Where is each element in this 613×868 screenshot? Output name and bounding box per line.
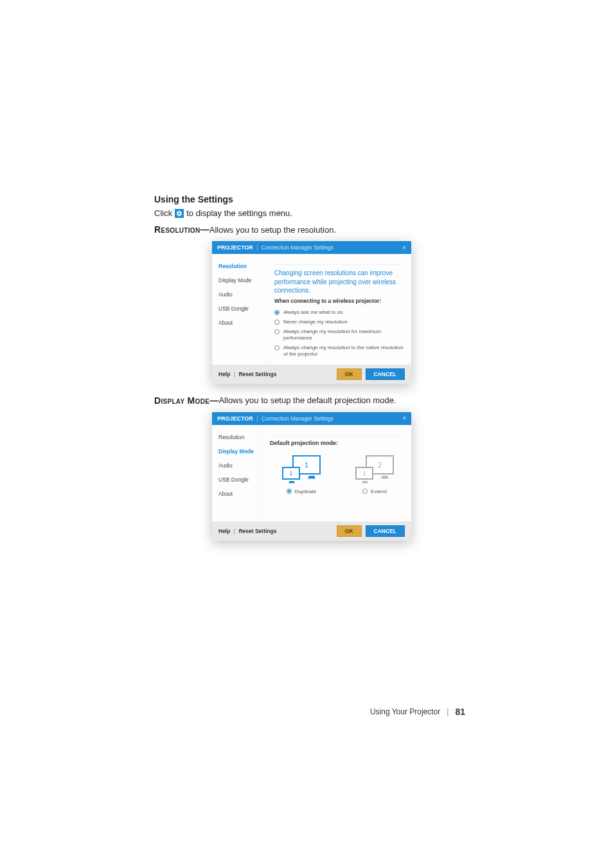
sidebar-item-display-mode[interactable]: Display Mode (212, 273, 266, 287)
display-mode-desc: Allows you to setup the default projecti… (218, 395, 396, 405)
radio-always-ask[interactable]: Always ask me what to do (274, 309, 404, 316)
reset-settings-link[interactable]: Reset Settings (238, 528, 276, 534)
resolution-desc: Allows you to setup the resolution. (209, 225, 336, 235)
help-link[interactable]: Help (218, 371, 230, 377)
cancel-button[interactable]: CANCEL (366, 368, 405, 380)
dialog-sidebar: Resolution Display Mode Audio USB Dongle… (212, 254, 267, 365)
using-settings-heading: Using the Settings (154, 194, 469, 204)
sidebar-item-usb-dongle[interactable]: USB Dongle (212, 473, 262, 487)
resolution-label: Resolution— (154, 224, 209, 235)
close-icon[interactable]: × (402, 244, 406, 251)
radio-never-change[interactable]: Never change my resolution (274, 319, 404, 325)
dialog-title-bold: PROJECTOR (217, 415, 253, 422)
footer-text: Using Your Projector (370, 707, 440, 716)
dialog-titlebar: PROJECTOR Connection Manager Settings × (212, 412, 411, 425)
option-extend[interactable]: 2 1 Extend (346, 455, 404, 494)
help-link[interactable]: Help (218, 528, 230, 534)
click-text: Click (154, 208, 172, 218)
sidebar-item-resolution[interactable]: Resolution (212, 430, 262, 444)
sidebar-item-audio[interactable]: Audio (212, 287, 266, 302)
display-mode-label: Display Mode— (154, 395, 218, 406)
page-footer: Using Your Projector | 81 (370, 707, 465, 717)
radio-max-performance[interactable]: Always change my resolution for maximum … (274, 329, 404, 341)
resolution-subhead: When connecting to a wireless projector: (274, 298, 404, 304)
gear-icon (175, 209, 184, 218)
ok-button[interactable]: OK (337, 525, 362, 537)
radio-native-resolution[interactable]: Always change my resolution to the nativ… (274, 345, 404, 357)
ok-button[interactable]: OK (337, 368, 362, 380)
sidebar-item-audio[interactable]: Audio (212, 458, 262, 473)
display-mode-dialog: PROJECTOR Connection Manager Settings × … (212, 412, 411, 541)
option-duplicate[interactable]: 1 1 Duplicate (272, 455, 330, 494)
dialog-titlebar: PROJECTOR Connection Manager Settings × (212, 241, 411, 254)
sidebar-item-display-mode[interactable]: Display Mode (212, 444, 262, 458)
dialog-sidebar: Resolution Display Mode Audio USB Dongle… (212, 425, 262, 521)
cancel-button[interactable]: CANCEL (366, 525, 405, 537)
click-rest: to display the settings menu. (186, 208, 292, 218)
dialog-title-bold: PROJECTOR (217, 244, 253, 251)
sidebar-item-resolution[interactable]: Resolution (212, 259, 266, 273)
resolution-headline: Changing screen resolutions can improve … (274, 269, 404, 295)
dialog-subtitle: Connection Manager Settings (262, 415, 333, 422)
resolution-dialog: PROJECTOR Connection Manager Settings × … (212, 241, 411, 384)
display-mode-headline: Default projection mode: (270, 440, 404, 446)
sidebar-item-about[interactable]: About (212, 316, 266, 330)
sidebar-item-about[interactable]: About (212, 487, 262, 501)
close-icon[interactable]: × (402, 415, 406, 422)
dialog-subtitle: Connection Manager Settings (262, 244, 333, 251)
reset-settings-link[interactable]: Reset Settings (238, 371, 276, 377)
page-number: 81 (455, 707, 465, 717)
sidebar-item-usb-dongle[interactable]: USB Dongle (212, 302, 266, 316)
